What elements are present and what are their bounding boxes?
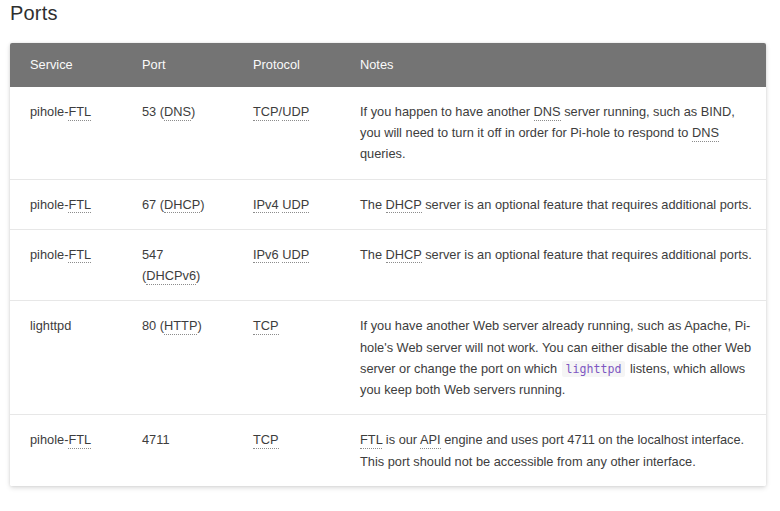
text-segment: The	[360, 247, 386, 262]
abbr-HTTP[interactable]: HTTP	[164, 318, 197, 335]
port-cell: 80 (HTTP)	[122, 300, 233, 414]
abbr-TCP[interactable]: TCP	[253, 318, 279, 335]
notes-cell: The DHCP server is an optional feature t…	[340, 179, 766, 229]
text-segment: 67 (	[142, 197, 164, 212]
table-row: pihole-FTL4711TCPFTL is our API engine a…	[10, 414, 766, 485]
text-segment: )	[191, 104, 195, 119]
protocol-cell: IPv4 UDP	[233, 179, 340, 229]
abbr-TCP[interactable]: TCP	[253, 432, 279, 449]
service-cell: pihole-FTL	[10, 179, 122, 229]
text-segment: server is an optional feature that requi…	[422, 247, 752, 262]
table-row: pihole-FTL67 (DHCP)IPv4 UDPThe DHCP serv…	[10, 179, 766, 229]
table-row: lighttpd80 (HTTP)TCPIf you have another …	[10, 300, 766, 414]
table-row: pihole-FTL547 (DHCPv6)IPv6 UDPThe DHCP s…	[10, 229, 766, 300]
docs-content: Ports ServicePortProtocolNotes pihole-FT…	[0, 0, 780, 486]
notes-cell: The DHCP server is an optional feature t…	[340, 229, 766, 300]
abbr-DNS[interactable]: DNS	[164, 104, 191, 121]
page-title: Ports	[10, 1, 766, 25]
abbr-FTL[interactable]: FTL	[68, 197, 91, 214]
text-segment: is our	[382, 432, 420, 447]
text-segment: 80 (	[142, 318, 164, 333]
abbr-UDP[interactable]: UDP	[282, 247, 309, 264]
ports-table: ServicePortProtocolNotes pihole-FTL53 (D…	[10, 43, 766, 486]
abbr-DHCP[interactable]: DHCP	[164, 197, 200, 214]
text-segment: 53 (	[142, 104, 164, 119]
service-cell: lighttpd	[10, 300, 122, 414]
text-segment: lighttpd	[30, 318, 71, 333]
protocol-cell: TCP	[233, 414, 340, 485]
abbr-IPv6[interactable]: IPv6	[253, 247, 279, 264]
abbr-API[interactable]: API	[420, 432, 441, 449]
column-header-port: Port	[122, 43, 233, 87]
notes-cell: If you happen to have another DNS server…	[340, 87, 766, 179]
notes-cell: If you have another Web server already r…	[340, 300, 766, 414]
inline-code: lighttpd	[562, 361, 626, 377]
column-header-protocol: Protocol	[233, 43, 340, 87]
text-segment: pihole-	[30, 104, 68, 119]
text-segment: If you happen to have another	[360, 104, 534, 119]
abbr-DHCPv6[interactable]: DHCPv6	[146, 268, 196, 285]
protocol-cell: TCP/UDP	[233, 87, 340, 179]
abbr-FTL[interactable]: FTL	[68, 432, 91, 449]
text-segment: )	[197, 318, 201, 333]
text-segment: pihole-	[30, 247, 68, 262]
table-row: pihole-FTL53 (DNS)TCP/UDPIf you happen t…	[10, 87, 766, 179]
abbr-FTL[interactable]: FTL	[68, 104, 91, 121]
text-segment: 4711	[142, 432, 170, 447]
column-header-notes: Notes	[340, 43, 766, 87]
column-header-service: Service	[10, 43, 122, 87]
text-segment: pihole-	[30, 432, 68, 447]
abbr-TCP[interactable]: TCP	[253, 104, 279, 121]
abbr-DHCP[interactable]: DHCP	[386, 247, 422, 264]
service-cell: pihole-FTL	[10, 229, 122, 300]
port-cell: 67 (DHCP)	[122, 179, 233, 229]
text-segment: The	[360, 197, 386, 212]
protocol-cell: TCP	[233, 300, 340, 414]
abbr-FTL[interactable]: FTL	[360, 432, 382, 449]
abbr-UDP[interactable]: UDP	[282, 197, 309, 214]
protocol-cell: IPv6 UDP	[233, 229, 340, 300]
port-cell: 53 (DNS)	[122, 87, 233, 179]
notes-cell: FTL is our API engine and uses port 4711…	[340, 414, 766, 485]
text-segment: pihole-	[30, 197, 68, 212]
text-segment: )	[200, 197, 204, 212]
abbr-DNS[interactable]: DNS	[534, 104, 561, 121]
text-segment: queries.	[360, 146, 406, 161]
port-cell: 547 (DHCPv6)	[122, 229, 233, 300]
abbr-DNS[interactable]: DNS	[692, 125, 719, 142]
abbr-FTL[interactable]: FTL	[68, 247, 91, 264]
text-segment: )	[196, 268, 200, 283]
abbr-DHCP[interactable]: DHCP	[386, 197, 422, 214]
port-cell: 4711	[122, 414, 233, 485]
service-cell: pihole-FTL	[10, 87, 122, 179]
abbr-IPv4[interactable]: IPv4	[253, 197, 279, 214]
abbr-UDP[interactable]: UDP	[282, 104, 309, 121]
table-header-row: ServicePortProtocolNotes	[10, 43, 766, 87]
service-cell: pihole-FTL	[10, 414, 122, 485]
text-segment: server is an optional feature that requi…	[422, 197, 752, 212]
